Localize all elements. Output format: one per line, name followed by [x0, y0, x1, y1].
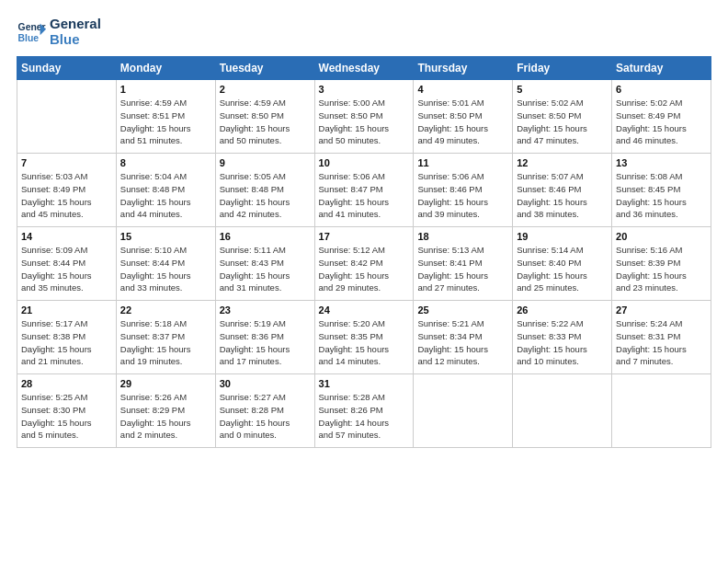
weekday-header-monday: Monday — [116, 57, 215, 80]
day-info: Sunrise: 5:06 AMSunset: 8:46 PMDaylight:… — [417, 170, 508, 221]
calendar-cell: 30Sunrise: 5:27 AMSunset: 8:28 PMDayligh… — [215, 374, 314, 448]
day-number: 16 — [220, 231, 311, 242]
logo-general: General — [50, 17, 101, 32]
day-info: Sunrise: 5:01 AMSunset: 8:50 PMDaylight:… — [417, 97, 508, 147]
calendar-cell: 31Sunrise: 5:28 AMSunset: 8:26 PMDayligh… — [314, 374, 414, 448]
day-number: 3 — [319, 84, 410, 95]
day-info: Sunrise: 5:13 AMSunset: 8:41 PMDaylight:… — [417, 244, 508, 294]
day-info: Sunrise: 5:03 AMSunset: 8:49 PMDaylight:… — [21, 170, 112, 221]
calendar-cell: 21Sunrise: 5:17 AMSunset: 8:38 PMDayligh… — [17, 301, 117, 374]
day-info: Sunrise: 5:08 AMSunset: 8:45 PMDaylight:… — [616, 170, 707, 221]
day-info: Sunrise: 5:00 AMSunset: 8:50 PMDaylight:… — [319, 97, 410, 147]
calendar-week-3: 14Sunrise: 5:09 AMSunset: 8:44 PMDayligh… — [17, 227, 711, 301]
day-number: 1 — [120, 84, 211, 95]
day-number: 28 — [21, 378, 112, 389]
day-number: 27 — [616, 304, 707, 316]
day-number: 22 — [120, 304, 211, 316]
day-number: 20 — [616, 231, 707, 242]
day-number: 29 — [120, 378, 211, 389]
calendar-cell: 15Sunrise: 5:10 AMSunset: 8:44 PMDayligh… — [116, 227, 215, 301]
calendar-cell: 2Sunrise: 4:59 AMSunset: 8:50 PMDaylight… — [215, 80, 314, 154]
day-info: Sunrise: 5:25 AMSunset: 8:30 PMDaylight:… — [21, 391, 112, 442]
day-number: 2 — [220, 84, 311, 95]
day-info: Sunrise: 5:24 AMSunset: 8:31 PMDaylight:… — [616, 317, 707, 368]
day-number: 9 — [220, 157, 311, 168]
weekday-header-tuesday: Tuesday — [215, 57, 314, 80]
calendar-cell: 4Sunrise: 5:01 AMSunset: 8:50 PMDaylight… — [414, 80, 513, 154]
day-info: Sunrise: 5:02 AMSunset: 8:49 PMDaylight:… — [616, 97, 707, 147]
day-number: 18 — [417, 231, 508, 242]
logo-blue: Blue — [50, 32, 101, 48]
day-number: 14 — [21, 231, 112, 242]
day-info: Sunrise: 5:18 AMSunset: 8:37 PMDaylight:… — [120, 317, 211, 368]
day-info: Sunrise: 4:59 AMSunset: 8:50 PMDaylight:… — [220, 97, 311, 147]
calendar-cell: 11Sunrise: 5:06 AMSunset: 8:46 PMDayligh… — [414, 154, 513, 227]
day-number: 30 — [220, 378, 311, 389]
day-info: Sunrise: 5:06 AMSunset: 8:47 PMDaylight:… — [319, 170, 410, 221]
day-info: Sunrise: 5:04 AMSunset: 8:48 PMDaylight:… — [120, 170, 211, 221]
day-info: Sunrise: 5:26 AMSunset: 8:29 PMDaylight:… — [120, 391, 211, 442]
weekday-header-thursday: Thursday — [414, 57, 513, 80]
day-info: Sunrise: 5:10 AMSunset: 8:44 PMDaylight:… — [120, 244, 211, 294]
calendar-cell: 19Sunrise: 5:14 AMSunset: 8:40 PMDayligh… — [513, 227, 612, 301]
day-info: Sunrise: 5:19 AMSunset: 8:36 PMDaylight:… — [220, 317, 311, 368]
calendar-cell: 26Sunrise: 5:22 AMSunset: 8:33 PMDayligh… — [513, 301, 612, 374]
calendar-cell: 27Sunrise: 5:24 AMSunset: 8:31 PMDayligh… — [612, 301, 711, 374]
day-info: Sunrise: 5:22 AMSunset: 8:33 PMDaylight:… — [517, 317, 608, 368]
day-number: 26 — [517, 304, 608, 316]
day-info: Sunrise: 5:21 AMSunset: 8:34 PMDaylight:… — [417, 317, 508, 368]
day-info: Sunrise: 5:27 AMSunset: 8:28 PMDaylight:… — [220, 391, 311, 442]
calendar-cell: 12Sunrise: 5:07 AMSunset: 8:46 PMDayligh… — [513, 154, 612, 227]
calendar-cell: 29Sunrise: 5:26 AMSunset: 8:29 PMDayligh… — [116, 374, 215, 448]
day-info: Sunrise: 5:09 AMSunset: 8:44 PMDaylight:… — [21, 244, 112, 294]
calendar-cell: 28Sunrise: 5:25 AMSunset: 8:30 PMDayligh… — [17, 374, 117, 448]
calendar-cell: 18Sunrise: 5:13 AMSunset: 8:41 PMDayligh… — [414, 227, 513, 301]
day-info: Sunrise: 4:59 AMSunset: 8:51 PMDaylight:… — [120, 97, 211, 147]
day-number: 10 — [319, 157, 410, 168]
day-info: Sunrise: 5:20 AMSunset: 8:35 PMDaylight:… — [319, 317, 410, 368]
day-info: Sunrise: 5:16 AMSunset: 8:39 PMDaylight:… — [616, 244, 707, 294]
calendar-cell: 8Sunrise: 5:04 AMSunset: 8:48 PMDaylight… — [116, 154, 215, 227]
day-info: Sunrise: 5:05 AMSunset: 8:48 PMDaylight:… — [220, 170, 311, 221]
calendar-cell: 23Sunrise: 5:19 AMSunset: 8:36 PMDayligh… — [215, 301, 314, 374]
calendar-week-1: 1Sunrise: 4:59 AMSunset: 8:51 PMDaylight… — [17, 80, 711, 154]
day-number: 24 — [319, 304, 410, 316]
calendar-week-4: 21Sunrise: 5:17 AMSunset: 8:38 PMDayligh… — [17, 301, 711, 374]
day-number: 23 — [220, 304, 311, 316]
weekday-header-sunday: Sunday — [17, 57, 117, 80]
day-number: 8 — [120, 157, 211, 168]
calendar-cell: 14Sunrise: 5:09 AMSunset: 8:44 PMDayligh… — [17, 227, 117, 301]
calendar-week-5: 28Sunrise: 5:25 AMSunset: 8:30 PMDayligh… — [17, 374, 711, 448]
calendar-cell: 20Sunrise: 5:16 AMSunset: 8:39 PMDayligh… — [612, 227, 711, 301]
day-info: Sunrise: 5:28 AMSunset: 8:26 PMDaylight:… — [319, 391, 410, 442]
calendar-cell: 25Sunrise: 5:21 AMSunset: 8:34 PMDayligh… — [414, 301, 513, 374]
day-info: Sunrise: 5:02 AMSunset: 8:50 PMDaylight:… — [517, 97, 608, 147]
svg-text:Blue: Blue — [18, 32, 40, 42]
logo-icon: General Blue — [17, 17, 46, 47]
weekday-header-friday: Friday — [513, 57, 612, 80]
day-number: 31 — [319, 378, 410, 389]
header: General Blue General Blue — [17, 17, 711, 47]
calendar-cell: 13Sunrise: 5:08 AMSunset: 8:45 PMDayligh… — [612, 154, 711, 227]
day-number: 5 — [517, 84, 608, 95]
day-number: 11 — [417, 157, 508, 168]
day-info: Sunrise: 5:17 AMSunset: 8:38 PMDaylight:… — [21, 317, 112, 368]
calendar-cell: 3Sunrise: 5:00 AMSunset: 8:50 PMDaylight… — [314, 80, 414, 154]
day-number: 12 — [517, 157, 608, 168]
calendar-cell: 22Sunrise: 5:18 AMSunset: 8:37 PMDayligh… — [116, 301, 215, 374]
weekday-header-saturday: Saturday — [612, 57, 711, 80]
calendar-cell: 24Sunrise: 5:20 AMSunset: 8:35 PMDayligh… — [314, 301, 414, 374]
day-number: 4 — [417, 84, 508, 95]
calendar-table: SundayMondayTuesdayWednesdayThursdayFrid… — [17, 56, 711, 448]
calendar-cell: 10Sunrise: 5:06 AMSunset: 8:47 PMDayligh… — [314, 154, 414, 227]
calendar-cell — [414, 374, 513, 448]
day-info: Sunrise: 5:11 AMSunset: 8:43 PMDaylight:… — [220, 244, 311, 294]
logo: General Blue General Blue — [17, 17, 101, 47]
weekday-header-wednesday: Wednesday — [314, 57, 414, 80]
day-number: 6 — [616, 84, 707, 95]
calendar-cell: 16Sunrise: 5:11 AMSunset: 8:43 PMDayligh… — [215, 227, 314, 301]
calendar-cell — [513, 374, 612, 448]
day-info: Sunrise: 5:14 AMSunset: 8:40 PMDaylight:… — [517, 244, 608, 294]
calendar-cell: 9Sunrise: 5:05 AMSunset: 8:48 PMDaylight… — [215, 154, 314, 227]
day-number: 21 — [21, 304, 112, 316]
